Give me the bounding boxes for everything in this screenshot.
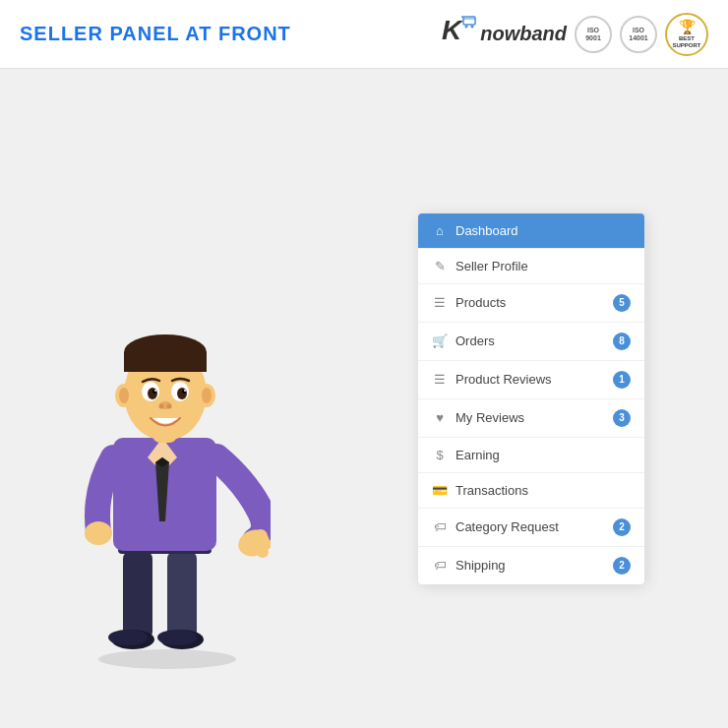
my-reviews-icon: ♥ <box>432 410 448 425</box>
category-request-badge: 2 <box>613 518 631 536</box>
svg-point-41 <box>85 521 112 545</box>
panel-item-product-reviews[interactable]: ☰Product Reviews1 <box>418 361 644 399</box>
svg-rect-21 <box>124 352 207 372</box>
panel-item-category-request[interactable]: 🏷Category Request2 <box>418 509 644 547</box>
svg-point-4 <box>471 26 474 29</box>
svg-point-10 <box>108 630 148 645</box>
panel-item-my-reviews[interactable]: ♥My Reviews3 <box>418 399 644 438</box>
transactions-label: Transactions <box>455 483 631 498</box>
svg-point-33 <box>184 390 186 392</box>
seller-profile-icon: ✎ <box>432 259 448 273</box>
svg-rect-8 <box>167 551 197 639</box>
svg-rect-1 <box>463 17 475 25</box>
iso-badge-2: ISO14001 <box>620 16 657 53</box>
svg-point-40 <box>257 546 269 558</box>
panel-item-orders[interactable]: 🛒Orders8 <box>418 323 644 361</box>
svg-point-6 <box>98 649 236 669</box>
logo-text: nowband <box>480 23 567 45</box>
shipping-label: Shipping <box>455 558 605 573</box>
shipping-badge: 2 <box>613 557 631 575</box>
category-request-label: Category Request <box>455 519 605 534</box>
product-reviews-badge: 1 <box>613 371 631 389</box>
logo-area: K nowband ISO9001 ISO14001 🏆 BEST SUPPOR… <box>442 13 708 56</box>
svg-point-35 <box>159 404 164 409</box>
svg-point-24 <box>119 388 129 403</box>
panel-item-transactions[interactable]: 💳Transactions <box>418 473 644 509</box>
character-svg <box>64 246 271 669</box>
svg-text:K: K <box>442 15 463 45</box>
svg-point-25 <box>202 388 212 403</box>
page-header: SELLER PANEL AT FRONT K nowband ISO9001 <box>0 0 728 69</box>
seller-profile-label: Seller Profile <box>455 259 631 273</box>
page-title: SELLER PANEL AT FRONT <box>20 23 291 45</box>
knowband-logo: K nowband <box>442 14 567 54</box>
panel-item-seller-profile[interactable]: ✎Seller Profile <box>418 249 644 284</box>
svg-rect-7 <box>123 551 152 639</box>
product-reviews-label: Product Reviews <box>455 372 605 387</box>
orders-badge: 8 <box>613 333 631 350</box>
orders-icon: 🛒 <box>432 334 448 348</box>
my-reviews-badge: 3 <box>613 409 631 427</box>
main-content: ⌂Dashboard✎Seller Profile☰Products5🛒Orde… <box>0 69 728 728</box>
products-badge: 5 <box>613 294 631 312</box>
panel-item-earning[interactable]: $Earning <box>418 438 644 473</box>
logo-svg: K <box>442 14 481 47</box>
panel-item-products[interactable]: ☰Products5 <box>418 284 644 323</box>
category-request-icon: 🏷 <box>432 519 448 534</box>
svg-point-28 <box>148 388 157 399</box>
transactions-icon: 💳 <box>432 483 448 498</box>
svg-point-12 <box>157 630 197 645</box>
panel-side: ⌂Dashboard✎Seller Profile☰Products5🛒Orde… <box>334 69 728 728</box>
character-side <box>0 69 334 728</box>
svg-point-36 <box>167 404 172 409</box>
best-support-badge: 🏆 BEST SUPPORT <box>665 13 708 56</box>
seller-panel: ⌂Dashboard✎Seller Profile☰Products5🛒Orde… <box>418 213 644 584</box>
svg-point-32 <box>154 390 156 392</box>
orders-label: Orders <box>455 334 605 348</box>
products-label: Products <box>455 295 605 310</box>
product-reviews-icon: ☰ <box>432 372 448 387</box>
logo-k: K <box>442 14 481 54</box>
shipping-icon: 🏷 <box>432 558 448 573</box>
svg-point-3 <box>465 26 468 29</box>
earning-label: Earning <box>455 448 631 462</box>
dashboard-icon: ⌂ <box>432 223 448 238</box>
earning-icon: $ <box>432 448 448 462</box>
panel-item-dashboard[interactable]: ⌂Dashboard <box>418 213 644 249</box>
my-reviews-label: My Reviews <box>455 410 605 425</box>
svg-point-29 <box>177 388 187 399</box>
products-icon: ☰ <box>432 295 448 310</box>
panel-item-shipping[interactable]: 🏷Shipping2 <box>418 547 644 584</box>
dashboard-label: Dashboard <box>455 223 631 238</box>
iso-badge-1: ISO9001 <box>575 16 612 53</box>
